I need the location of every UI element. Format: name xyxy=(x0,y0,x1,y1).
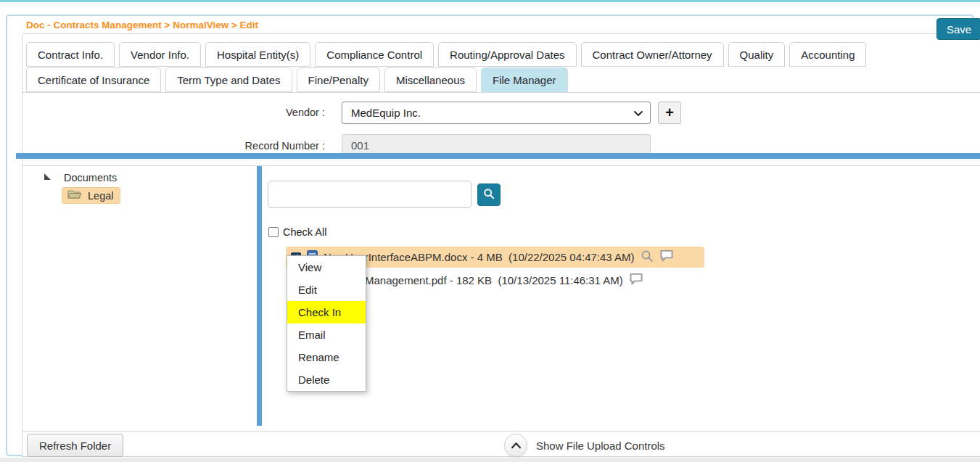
tab-routing-approval-dates[interactable]: Routing/Approval Dates xyxy=(438,42,576,67)
top-accent-line xyxy=(0,0,980,2)
vertical-splitter[interactable] xyxy=(257,166,262,426)
open-folder-icon xyxy=(67,189,82,202)
search-icon xyxy=(483,188,495,202)
chevron-up-icon xyxy=(511,440,522,451)
vendor-label: Vendor : xyxy=(194,107,325,118)
menu-item-email[interactable]: Email xyxy=(287,323,366,346)
breadcrumb: Doc - Contracts Management > NormalView … xyxy=(26,20,258,30)
tree-node-legal-label: Legal xyxy=(88,190,113,202)
file-comment-icon[interactable] xyxy=(659,249,674,265)
tab-file-manager[interactable]: File Manager xyxy=(481,67,568,92)
menu-item-rename[interactable]: Rename xyxy=(287,346,366,368)
save-button[interactable]: Save xyxy=(936,18,980,40)
check-all-label: Check All xyxy=(283,226,326,238)
menu-item-view[interactable]: View xyxy=(287,256,366,279)
menu-item-check-in[interactable]: Check In xyxy=(287,301,366,323)
tree-root-documents[interactable]: Documents xyxy=(64,172,117,183)
horizontal-splitter[interactable] xyxy=(16,153,980,159)
tab-row-1: Contract Info. Vendor Info. Hospital Ent… xyxy=(26,42,866,67)
upload-controls-toggle-button[interactable] xyxy=(504,434,527,457)
tabstrip-divider xyxy=(22,92,980,93)
footer-divider xyxy=(22,431,980,432)
chevron-down-icon xyxy=(634,107,643,119)
tab-compliance-control[interactable]: Compliance Control xyxy=(315,42,434,67)
file-context-menu: View Edit Check In Email Rename Delete xyxy=(287,255,366,392)
menu-item-delete[interactable]: Delete xyxy=(287,368,366,391)
app-window: Doc - Contracts Management > NormalView … xyxy=(0,0,980,462)
tab-contract-owner-attorney[interactable]: Contract Owner/Attorney xyxy=(581,42,724,67)
menu-item-edit[interactable]: Edit xyxy=(287,279,366,301)
check-all-control[interactable]: Check All xyxy=(268,226,326,238)
check-all-checkbox[interactable] xyxy=(268,227,279,237)
file-preview-icon[interactable] xyxy=(641,249,654,265)
tab-hospital-entitys[interactable]: Hospital Entity(s) xyxy=(205,42,310,67)
content-container: Contract Info. Vendor Info. Hospital Ent… xyxy=(22,33,980,457)
tab-certificate-of-insurance[interactable]: Certificate of Insurance xyxy=(26,67,161,92)
panels-top-border xyxy=(22,165,980,166)
vendor-select[interactable]: MedEquip Inc. xyxy=(342,102,651,124)
file-search-input[interactable] xyxy=(268,181,472,208)
tab-contract-info[interactable]: Contract Info. xyxy=(26,42,115,67)
vendor-selected-value: MedEquip Inc. xyxy=(351,107,421,119)
tab-fine-penalty[interactable]: Fine/Penalty xyxy=(297,67,380,92)
tab-miscellaneous[interactable]: Miscellaneous xyxy=(384,67,477,92)
file-pdf-text: Management.pdf - 182 KB (10/13/2025 11:4… xyxy=(365,274,623,286)
tab-term-type-and-dates[interactable]: Term Type and Dates xyxy=(165,67,292,92)
record-number-label: Record Number : xyxy=(194,140,325,152)
tab-vendor-info[interactable]: Vendor Info. xyxy=(119,42,201,67)
tab-quality[interactable]: Quality xyxy=(728,42,786,67)
file-comment-icon[interactable] xyxy=(629,273,643,288)
tree-node-legal[interactable]: Legal xyxy=(62,187,120,204)
tree-expander-icon[interactable] xyxy=(44,173,51,180)
file-docx-text: NewUserInterfaceABPM.docx - 4 MB (10/22/… xyxy=(324,251,635,263)
refresh-folder-button[interactable]: Refresh Folder xyxy=(27,434,123,457)
add-vendor-button[interactable]: + xyxy=(658,102,681,124)
bottom-strip xyxy=(0,458,980,462)
tab-row-2: Certificate of Insurance Term Type and D… xyxy=(26,67,568,92)
upload-controls-label: Show File Upload Controls xyxy=(536,440,665,452)
tab-accounting[interactable]: Accounting xyxy=(789,42,866,67)
search-button[interactable] xyxy=(477,183,501,206)
